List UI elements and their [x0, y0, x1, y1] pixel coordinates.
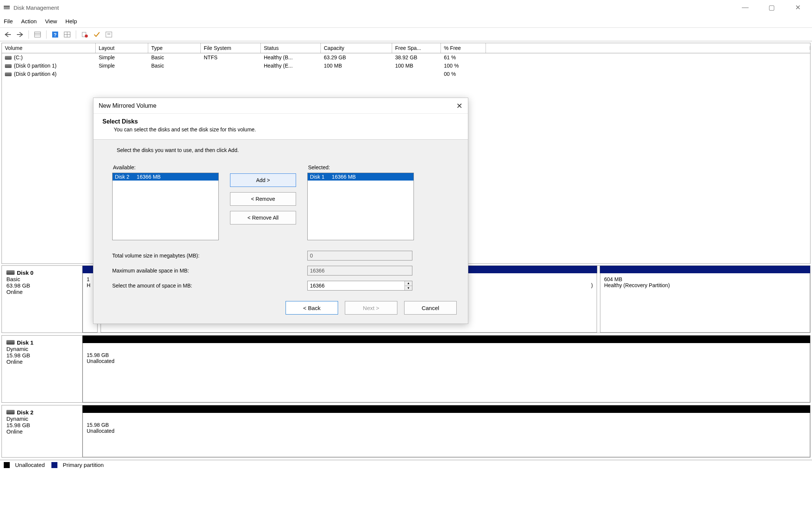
col-status[interactable]: Status: [261, 43, 321, 53]
disk-status: Online: [6, 428, 78, 435]
col-pct[interactable]: % Free: [441, 43, 486, 53]
partition-size: 15.98 GB: [87, 352, 806, 358]
menu-help[interactable]: Help: [65, 18, 77, 24]
app-icon: [3, 4, 11, 11]
svg-rect-4: [35, 32, 41, 37]
close-window-button[interactable]: ✕: [790, 3, 805, 12]
properties-icon[interactable]: [104, 30, 114, 39]
disk-info[interactable]: Disk 1 Dynamic 15.98 GB Online: [2, 336, 83, 402]
volume-pct: 100 %: [441, 62, 486, 70]
legend-swatch-unallocated: [4, 462, 10, 468]
disk-icon: [6, 340, 15, 345]
volume-fs: [201, 65, 261, 67]
back-button[interactable]: < Back: [286, 301, 338, 315]
volume-free: 100 MB: [392, 62, 441, 70]
available-listbox[interactable]: Disk 2 16366 MB: [112, 173, 219, 240]
volume-pct: 61 %: [441, 53, 486, 62]
dialog-close-button[interactable]: ✕: [456, 101, 463, 110]
volume-capacity: 63.29 GB: [321, 53, 392, 62]
next-button[interactable]: Next >: [345, 301, 397, 315]
forward-icon[interactable]: [15, 30, 25, 39]
col-capacity[interactable]: Capacity: [321, 43, 392, 53]
remove-all-button[interactable]: < Remove All: [230, 211, 296, 224]
list-item[interactable]: Disk 2 16366 MB: [113, 173, 218, 181]
disk-size: 15.98 GB: [6, 352, 78, 358]
partition-box[interactable]: 604 MB Healthy (Recovery Partition): [600, 273, 810, 333]
disk-type: Dynamic: [6, 346, 78, 352]
volume-free: 38.92 GB: [392, 53, 441, 62]
disk-stripe: [83, 405, 810, 413]
spin-down-icon[interactable]: ▼: [405, 286, 412, 291]
window-title: Disk Management: [14, 5, 59, 11]
volume-fs: NTFS: [201, 53, 261, 62]
dialog-instruction: Select the disks you want to use, and th…: [112, 147, 449, 153]
volume-status: Healthy (E...: [261, 62, 321, 70]
svg-point-13: [85, 35, 88, 38]
remove-button[interactable]: < Remove: [230, 192, 296, 206]
volume-status: Healthy (B...: [261, 53, 321, 62]
volume-type: [148, 73, 201, 75]
svg-rect-1: [4, 6, 10, 7]
disk-info[interactable]: Disk 2 Dynamic 15.98 GB Online: [2, 405, 83, 457]
selected-listbox[interactable]: Disk 1 16366 MB: [307, 173, 414, 240]
partition-status: Unallocated: [87, 428, 806, 434]
volume-icon: [5, 56, 12, 60]
menu-view[interactable]: View: [45, 18, 57, 24]
volume-pct: 00 %: [441, 70, 486, 78]
disk-size: 63.98 GB: [6, 282, 78, 289]
volume-name: (C:): [14, 54, 23, 60]
partition-box[interactable]: 15.98 GB Unallocated: [83, 413, 810, 457]
col-filesystem[interactable]: File System: [201, 43, 261, 53]
help-icon[interactable]: ?: [50, 30, 60, 39]
volume-row[interactable]: (C:) Simple Basic NTFS Healthy (B... 63.…: [2, 53, 810, 62]
volume-row[interactable]: (Disk 0 partition 4) 00 %: [2, 70, 810, 78]
volume-icon: [5, 72, 12, 76]
disk-icon: [6, 410, 15, 414]
partition-size: 604 MB: [604, 276, 806, 282]
available-label: Available:: [112, 164, 219, 170]
volume-list-header: Volume Layout Type File System Status Ca…: [2, 43, 810, 53]
select-space-input[interactable]: [307, 281, 412, 291]
col-type[interactable]: Type: [148, 43, 201, 53]
select-space-label: Select the amount of space in MB:: [112, 283, 307, 289]
volume-layout: [96, 73, 148, 75]
svg-text:?: ?: [54, 32, 57, 38]
minimize-button[interactable]: —: [738, 3, 753, 12]
volume-row[interactable]: (Disk 0 partition 1) Simple Basic Health…: [2, 62, 810, 70]
list-icon[interactable]: [33, 30, 42, 39]
disk-type: Basic: [6, 276, 78, 282]
volume-fs: [201, 73, 261, 75]
volume-layout: Simple: [96, 53, 148, 62]
grid-icon[interactable]: [62, 30, 72, 39]
col-volume[interactable]: Volume: [2, 43, 96, 53]
menu-action[interactable]: Action: [21, 18, 37, 24]
col-layout[interactable]: Layout: [96, 43, 148, 53]
partition-box[interactable]: 15.98 GB Unallocated: [83, 343, 810, 402]
spin-up-icon[interactable]: ▲: [405, 281, 412, 286]
back-icon[interactable]: [3, 30, 13, 39]
volume-free: [392, 73, 441, 75]
add-button[interactable]: Add >: [230, 173, 296, 187]
list-item[interactable]: Disk 1 16366 MB: [308, 173, 414, 181]
disk-stripe: [83, 336, 810, 343]
volume-layout: Simple: [96, 62, 148, 70]
col-free[interactable]: Free Spa...: [392, 43, 441, 53]
disk-name: Disk 0: [17, 270, 33, 276]
wizard-dialog: New Mirrored Volume ✕ Select Disks You c…: [93, 98, 468, 324]
title-bar: Disk Management — ▢ ✕: [0, 0, 812, 15]
dialog-titlebar: New Mirrored Volume ✕: [93, 98, 468, 114]
disk-name: Disk 1: [17, 339, 33, 346]
action-icon[interactable]: [80, 30, 90, 39]
menu-file[interactable]: File: [4, 18, 13, 24]
cancel-button[interactable]: Cancel: [404, 301, 457, 315]
disk-info[interactable]: Disk 0 Basic 63.98 GB Online: [2, 266, 83, 333]
volume-capacity: [321, 73, 392, 75]
legend: Unallocated Primary partition: [0, 460, 812, 470]
dialog-header: Select Disks You can select the disks an…: [93, 114, 468, 140]
separator: [46, 30, 47, 39]
check-icon[interactable]: [92, 30, 102, 39]
maximize-button[interactable]: ▢: [764, 3, 779, 12]
dialog-title: New Mirrored Volume: [99, 102, 156, 109]
disk-status: Online: [6, 289, 78, 295]
spinner-buttons[interactable]: ▲▼: [404, 281, 412, 290]
